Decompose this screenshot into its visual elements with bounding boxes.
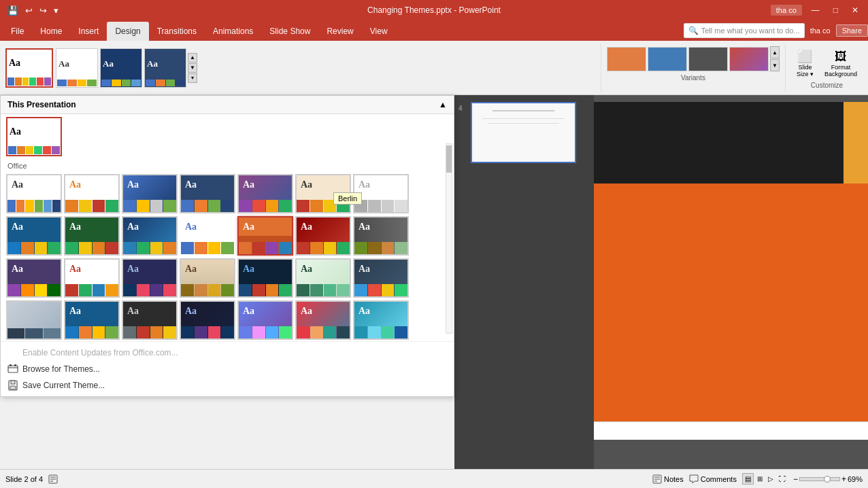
normal-view-btn[interactable]: ▤ [742,473,754,485]
theme-5[interactable]: Aa [237,174,293,213]
theme-expand[interactable]: ▾ [188,73,197,83]
browse-themes-item[interactable]: Browse for Themes... [7,361,447,377]
theme-26[interactable]: Aa [237,300,293,340]
theme-25[interactable]: Aa [180,300,235,340]
scrollbar-thumb[interactable] [446,145,452,173]
undo-icon[interactable]: ↩ [23,4,35,17]
theme-14[interactable]: Aa [353,216,409,256]
browse-themes-icon [7,364,18,374]
format-background-icon: 🖼 [835,50,847,64]
theme-18[interactable]: Aa [180,258,235,298]
tab-design[interactable]: Design [107,22,148,41]
theme-27[interactable]: Aa [295,300,351,340]
notes-status-icon [652,474,662,484]
theme-9[interactable]: Aa [64,216,120,256]
variant-scroll-up[interactable]: ▲ [770,46,780,58]
theme-scroll-down[interactable]: ▼ [188,63,197,73]
close-button[interactable]: ✕ [848,4,863,16]
slide-thumb-item-4[interactable]: 4 [457,101,591,164]
theme-15[interactable]: Aa [6,258,62,298]
ribbon-theme-3[interactable]: Aa [100,48,142,88]
notes-button[interactable]: Notes [652,474,684,484]
zoom-controls: − + 69% [793,474,863,484]
ribbon-theme-current[interactable]: Aa [5,48,53,88]
share-button[interactable]: Share [836,24,868,37]
zoom-slider[interactable] [799,477,840,481]
variant-scroll-down[interactable]: ▼ [770,59,780,71]
theme-22[interactable] [6,300,62,340]
theme-row-3: Aa Aa Aa Aa Aa Aa Aa [1,257,454,299]
theme-28[interactable]: Aa [353,300,409,340]
theme-scroll-up[interactable]: ▲ [188,53,197,63]
theme-2[interactable]: Aa [64,174,120,213]
redo-icon[interactable]: ↪ [37,4,49,17]
tab-file[interactable]: File [3,22,32,41]
comments-button[interactable]: Comments [689,474,737,484]
slide-view: ▲ ▼ • Paris • San Francisco • Tokyo • Vi… [594,95,868,469]
theme-24[interactable]: Aa [122,300,178,340]
dropdown-scrollbar[interactable] [446,143,452,334]
ribbon-theme-2[interactable]: Aa [56,48,98,88]
tab-home[interactable]: Home [32,22,70,41]
variant-2[interactable] [648,47,687,71]
theme-11[interactable]: Aa [180,216,235,256]
maximize-button[interactable]: □ [829,4,842,16]
theme-23[interactable]: Aa [64,300,120,340]
theme-row-2: Aa Aa Aa Aa Aa Aa Aa [1,215,454,257]
tab-slideshow[interactable]: Slide Show [261,22,318,41]
current-theme-thumb[interactable]: Aa [6,117,62,156]
theme-6[interactable]: Aa [295,174,351,213]
theme-4[interactable]: Aa [180,174,235,213]
status-right: Notes Comments ▤ ⊞ ▷ ⛶ − + 69% [652,473,863,485]
tab-insert[interactable]: Insert [70,22,107,41]
ribbon-theme-scroll: ▲ ▼ ▾ [188,53,197,83]
reading-view-btn[interactable]: ▷ [766,474,775,484]
save-current-theme-item[interactable]: Save Current Theme... [7,377,447,394]
minimize-button[interactable]: — [807,4,824,16]
variants-label: Variants [681,74,705,82]
slide-dark-bar [594,102,844,184]
status-bar: Slide 2 of 4 Notes Comments ▤ ⊞ ▷ ⛶ − + … [0,469,868,488]
search-icon: 🔍 [688,26,699,35]
search-box[interactable]: 🔍 Tell me what you want to do... [684,23,805,38]
theme-3[interactable]: Aa [122,174,178,213]
ribbon-theme-4[interactable]: Aa [144,48,186,88]
slide-notes-icon-btn[interactable] [48,474,58,484]
zoom-thumb[interactable] [824,476,831,483]
slide-sorter-btn[interactable]: ⊞ [755,474,765,484]
ribbon-more-themes: Aa Aa Aa [56,48,186,88]
main-area: 4 ▲ ▼ [454,95,868,469]
slide-size-button[interactable]: ⬜ SlideSize ▾ [794,46,816,80]
theme-8[interactable]: Aa [6,216,62,256]
tab-view[interactable]: View [362,22,396,41]
variant-3[interactable] [688,47,728,71]
theme-office[interactable]: Aa [6,174,62,213]
title-bar: 💾 ↩ ↪ ▾ Changing Themes.pptx - PowerPoin… [0,0,868,20]
variant-4[interactable] [729,47,769,71]
tab-review[interactable]: Review [318,22,361,41]
tab-animations[interactable]: Animations [205,22,261,41]
theme-berlin[interactable]: Aa [237,216,293,256]
theme-17[interactable]: Aa [122,258,178,298]
fullscreen-btn[interactable]: ⛶ [777,474,788,484]
theme-7[interactable]: Aa [353,174,409,213]
tab-transitions[interactable]: Transitions [149,22,205,41]
slide-thumb-4[interactable] [471,102,576,163]
theme-21[interactable]: Aa [353,258,409,298]
customize-qa-icon[interactable]: ▾ [52,4,61,17]
theme-10[interactable]: Aa [122,216,178,256]
variant-1[interactable] [607,47,646,71]
user-label: tha co [771,5,802,16]
theme-16[interactable]: Aa [64,258,120,298]
notes-area[interactable]: Click to add notes [594,421,868,440]
svg-rect-2 [14,364,16,366]
theme-20[interactable]: Aa [295,258,351,298]
theme-13[interactable]: Aa [295,216,351,256]
dropdown-collapse-icon[interactable]: ▲ [439,100,447,109]
zoom-in-btn[interactable]: + [841,474,846,484]
theme-19[interactable]: Aa [237,258,293,298]
slide-canvas[interactable]: ▲ ▼ • Paris • San Francisco • Tokyo • Vi… [594,102,868,421]
save-icon[interactable]: 💾 [5,4,20,17]
format-background-button[interactable]: 🖼 FormatBackground [822,47,860,80]
zoom-out-btn[interactable]: − [793,474,798,484]
